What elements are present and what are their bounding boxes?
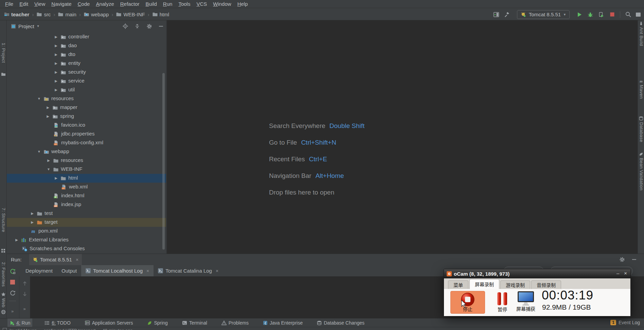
run-session-tab[interactable]: Tomcat 8.5.51 × — [29, 254, 82, 265]
search-icon[interactable] — [625, 12, 631, 18]
console-tab-output[interactable]: Output — [57, 265, 81, 276]
tree-item-spring[interactable]: ▶spring — [7, 112, 166, 121]
down-arrow-icon[interactable] — [22, 291, 28, 297]
up-arrow-icon[interactable] — [22, 280, 28, 287]
statusbar-item-java-enterprise[interactable]: Java Enterprise — [261, 318, 305, 327]
statusbar-item-problems[interactable]: Problems — [219, 318, 251, 327]
run-icon[interactable] — [576, 12, 583, 18]
console-tab-deployment[interactable]: Deployment — [21, 265, 57, 276]
stripe-button-2-favorites[interactable]: 2: Favorites — [1, 262, 6, 287]
expand-arrow-icon[interactable]: ▶ — [54, 70, 58, 74]
tree-item-resources[interactable]: ▶resources — [7, 156, 166, 165]
expand-arrow-icon[interactable]: ▶ — [54, 35, 58, 39]
collapse-arrow-icon[interactable]: ▼ — [37, 150, 41, 153]
tree-item-dto[interactable]: ▶dto — [7, 50, 166, 59]
stripe-structure-icon[interactable] — [1, 249, 5, 253]
tree-item-resources[interactable]: ▼resources — [7, 94, 166, 103]
tree-item-mapper[interactable]: ▶mapper — [7, 103, 166, 112]
tree-item-util[interactable]: ▶util — [7, 86, 166, 94]
expand-arrow-icon[interactable]: ▶ — [46, 159, 51, 162]
ocam-window[interactable]: oCam (8, 32, 1899, 973) – × 菜单屏幕录制游戏录制音频… — [444, 269, 631, 316]
stripe-ant-icon[interactable] — [639, 21, 643, 25]
tree-item-favicon-ico[interactable]: favicon.ico — [7, 121, 166, 130]
hide-panel-icon[interactable] — [631, 256, 637, 262]
run-configuration-select[interactable]: Tomcat 8.5.51 ▼ — [517, 10, 570, 19]
project-scrollbar[interactable] — [162, 73, 165, 250]
breadcrumb-src[interactable]: src — [36, 12, 51, 17]
ocam-pause-button[interactable]: 暂停 — [494, 292, 511, 313]
stripe-button-7-structure[interactable]: 7: Structure — [1, 208, 6, 232]
stripe-button-web[interactable]: Web — [1, 298, 6, 308]
event-log-label[interactable]: Event Log — [619, 320, 640, 325]
tree-item-external-libraries[interactable]: ▶External Libraries — [7, 236, 166, 244]
expand-arrow-icon[interactable]: ▶ — [46, 106, 50, 109]
stripe-button-ant-build[interactable]: Ant Build — [639, 27, 644, 46]
menu-view[interactable]: View — [31, 0, 48, 7]
ocam-tab-菜单[interactable]: 菜单 — [448, 280, 468, 289]
stripe-button-database[interactable]: Database — [639, 122, 644, 142]
stripe-db-icon[interactable] — [639, 116, 643, 121]
statusbar-item-database-changes[interactable]: Database Changes — [315, 318, 366, 327]
more-chevron-icon[interactable]: » — [23, 306, 26, 311]
ocam-capture-button[interactable]: 屏幕捕获 — [513, 291, 538, 313]
stripe-star-icon[interactable] — [1, 292, 6, 297]
expand-arrow-icon[interactable]: ▶ — [54, 176, 58, 180]
ocam-tab-音频录制[interactable]: 音频录制 — [531, 280, 561, 289]
menu-file[interactable]: File — [2, 0, 16, 7]
console-tab-tomcat-localhost-log[interactable]: Tomcat Localhost Log× — [81, 265, 154, 276]
tree-item-entity[interactable]: ▶entity — [7, 59, 166, 68]
tree-item-controller[interactable]: ▶controller — [7, 33, 166, 41]
breadcrumb-html[interactable]: html — [151, 12, 170, 17]
tree-item-index-html[interactable]: Hindex.html — [7, 191, 166, 200]
tree-item-web-inf[interactable]: ▼WEB-INF — [7, 165, 166, 174]
stripe-bean-icon[interactable] — [639, 152, 643, 156]
close-icon[interactable]: × — [624, 270, 627, 276]
menu-tools[interactable]: Tools — [175, 0, 193, 7]
tree-item-service[interactable]: ▶service — [7, 77, 166, 86]
tool-window-icon[interactable] — [493, 12, 499, 18]
tree-item-web-xml[interactable]: <>web.xml — [7, 183, 166, 191]
tree-item-security[interactable]: ▶security — [7, 68, 166, 77]
menu-analyze[interactable]: Analyze — [93, 0, 117, 7]
more-chevron-icon[interactable]: » — [11, 309, 14, 314]
breadcrumb-webapp[interactable]: webapp — [83, 12, 110, 17]
statusbar-item-application-servers[interactable]: Application Servers — [83, 318, 135, 327]
stop-icon[interactable] — [609, 12, 615, 18]
menu-edit[interactable]: Edit — [16, 0, 31, 7]
tree-item-target[interactable]: ▶target — [7, 218, 166, 227]
tree-item-scratches-and-consoles[interactable]: Scratches and Consoles — [7, 244, 166, 253]
stripe-button-1-project[interactable]: 1: Project — [1, 43, 6, 63]
expand-arrow-icon[interactable]: ▶ — [54, 61, 58, 65]
stop-muted-icon[interactable] — [10, 279, 16, 285]
stripe-button-bean-validation[interactable]: Bean Validation — [639, 158, 644, 190]
gear-icon[interactable] — [619, 256, 625, 262]
expand-arrow-icon[interactable]: ▶ — [54, 44, 58, 48]
debug-icon[interactable] — [587, 12, 593, 18]
ocam-tab-游戏录制[interactable]: 游戏录制 — [500, 280, 530, 289]
tree-item-index-jsp[interactable]: JSPindex.jsp — [7, 200, 166, 209]
breadcrumb-web-inf[interactable]: WEB-INF — [115, 12, 145, 17]
expand-arrow-icon[interactable]: ▶ — [30, 220, 35, 224]
menu-help[interactable]: Help — [234, 0, 251, 7]
tree-item-mybatis-config-xml[interactable]: <>mybatis-config.xml — [7, 139, 166, 147]
coverage-icon[interactable] — [598, 12, 604, 18]
menu-build[interactable]: Build — [142, 0, 160, 7]
breadcrumb-main[interactable]: main — [57, 12, 77, 17]
console-tab-tomcat-catalina-log[interactable]: Tomcat Catalina Log× — [154, 265, 223, 276]
menu-vcs[interactable]: VCS — [193, 0, 210, 7]
close-icon[interactable]: × — [145, 268, 149, 274]
stripe-button-maven[interactable]: Maven — [639, 85, 644, 99]
statusbar-item-6-todo[interactable]: 6: TODO — [42, 318, 73, 327]
expand-arrow-icon[interactable]: ▶ — [46, 114, 50, 118]
tree-item-dao[interactable]: ▶dao — [7, 41, 166, 50]
ocam-stop-button[interactable]: 停止 — [450, 291, 485, 314]
collapse-all-icon[interactable] — [134, 23, 140, 29]
stripe-maven-icon[interactable]: m — [639, 79, 643, 83]
statusbar-item-spring[interactable]: Spring — [145, 318, 169, 327]
close-icon[interactable]: × — [214, 268, 218, 274]
minimize-icon[interactable] — [158, 23, 164, 29]
hammer-icon[interactable] — [504, 12, 510, 18]
tree-item-webapp[interactable]: ▼webapp — [7, 147, 166, 156]
menu-refactor[interactable]: Refactor — [117, 0, 143, 7]
tree-item-pom-xml[interactable]: mpom.xml — [7, 227, 166, 236]
